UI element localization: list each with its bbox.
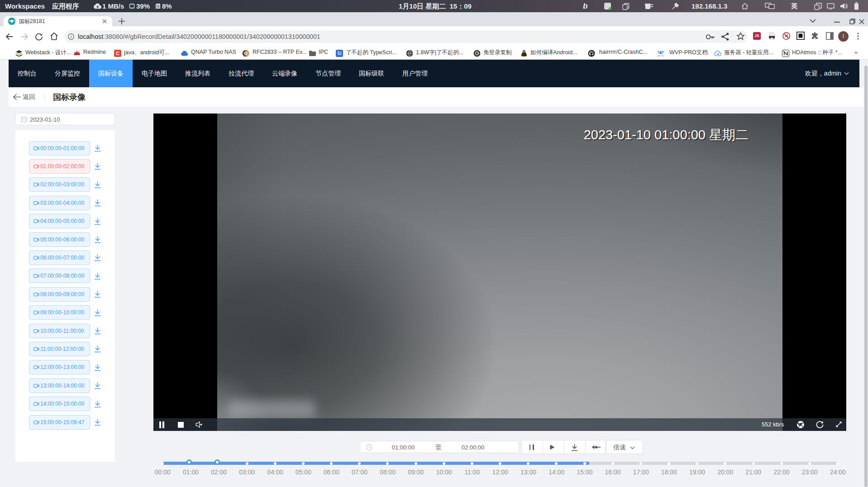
svg-text:WVP-PRO: WVP-PRO: [657, 55, 664, 57]
